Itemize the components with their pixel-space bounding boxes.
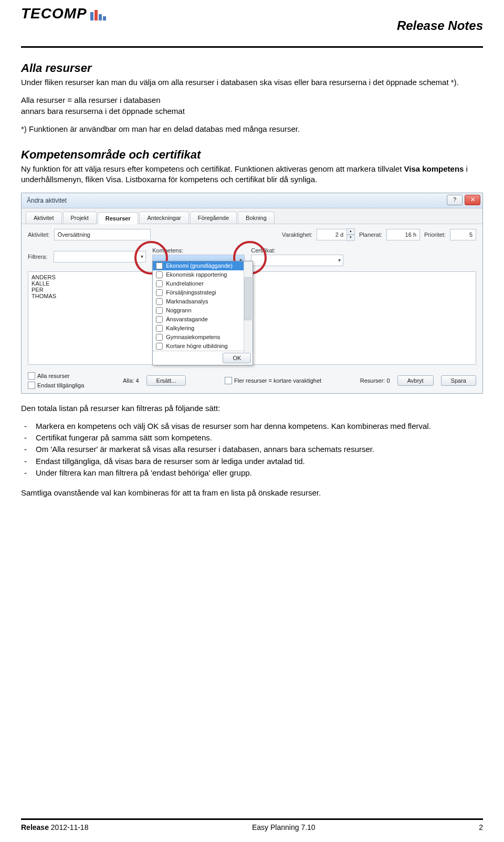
section1-p1: Under fliken resurser kan man du välja o… [21, 77, 483, 88]
dropdown-checkbox[interactable] [156, 280, 163, 287]
svg-rect-2 [99, 14, 102, 20]
section1-p2: Alla resurser = alla resurser i database… [21, 95, 483, 117]
svg-rect-0 [90, 12, 93, 20]
kompetens-label: Kompetens: [152, 247, 245, 254]
spinner-down-icon[interactable]: ▾ [346, 235, 355, 241]
dropdown-item[interactable]: Kortare högre utbildning [153, 342, 253, 351]
dropdown-checkbox[interactable] [156, 262, 163, 269]
certifikat-label: Certifikat: [251, 247, 343, 254]
dialog-tabs: AktivitetProjektResurserAnteckningarFöre… [22, 208, 482, 224]
tab-bokning[interactable]: Bokning [238, 212, 275, 224]
dropdown-item[interactable]: Marknadsanalys [153, 297, 253, 306]
dropdown-checkbox[interactable] [156, 334, 163, 341]
dropdown-item[interactable]: Gymnasiekompetens [153, 333, 253, 342]
dropdown-checkbox[interactable] [156, 325, 163, 332]
logo: TECOMP [21, 5, 111, 22]
aktivitet-label: Aktivitet: [28, 231, 50, 238]
section1-p3: *) Funktionen är användbar om man har en… [21, 124, 483, 134]
tab-aktivitet[interactable]: Aktivitet [26, 212, 62, 224]
scrollbar-thumb[interactable] [244, 277, 251, 320]
svg-rect-1 [94, 10, 98, 20]
resurser-count-label: Resurser: 0 [360, 377, 390, 384]
filtrera-combo[interactable]: ▾ [54, 251, 146, 262]
tab-resurser[interactable]: Resurser [98, 212, 139, 224]
dialog-title: Ändra aktivitet [27, 197, 67, 204]
page-footer: Release 2012-11-18 Easy Planning 7.10 2 [21, 818, 483, 832]
alla-count-label: Alla: 4 [123, 377, 139, 384]
tab-projekt[interactable]: Projekt [63, 212, 97, 224]
doc-title: Release Notes [397, 18, 483, 33]
tab-föregående[interactable]: Föregående [190, 212, 237, 224]
bullet-list: Markera en kompetens och välj OK så visa… [21, 421, 483, 478]
dropdown-ok-button[interactable]: OK [223, 353, 251, 363]
endast-checkbox[interactable]: Endast tillgängliga [28, 382, 84, 389]
prioritet-field[interactable]: 5 [450, 229, 476, 240]
dropdown-checkbox[interactable] [156, 271, 163, 278]
dropdown-item[interactable]: Kundrelationer [153, 279, 253, 288]
dialog-screenshot: Ändra aktivitet ? ✕ AktivitetProjektResu… [21, 193, 483, 394]
dropdown-checkbox[interactable] [156, 307, 163, 314]
dropdown-checkbox[interactable] [156, 343, 163, 350]
section1-title: Alla resurser [21, 61, 483, 75]
bullet-item: Endast tillgängliga, då visas bara de re… [36, 456, 483, 467]
close-button[interactable]: ✕ [465, 195, 480, 205]
dropdown-item[interactable]: Noggrann [153, 306, 253, 315]
dropdown-checkbox[interactable] [156, 316, 163, 323]
section2-p1: Ny funktion för att välja resurs efter k… [21, 164, 483, 185]
dropdown-item[interactable]: Kalkylering [153, 324, 253, 333]
avbryt-button[interactable]: Avbryt [397, 375, 434, 386]
bullet-item: Certifikat fungerar på samma sätt som ko… [36, 433, 483, 443]
dropdown-checkbox[interactable] [156, 289, 163, 296]
dropdown-item[interactable]: Ekonomisk rapportering [153, 270, 253, 279]
header-rule [21, 46, 483, 48]
dropdown-checkbox[interactable] [156, 298, 163, 305]
section2-title: Kompetensområde och certifikat [21, 148, 483, 162]
dialog-bottom: Alla resurser Endast tillgängliga Alla: … [22, 368, 482, 393]
varaktighet-field[interactable]: 2 d [317, 229, 347, 240]
alla-resurser-checkbox[interactable]: Alla resurser [28, 372, 70, 380]
spara-button[interactable]: Spara [441, 375, 476, 386]
dropdown-item[interactable]: Ekonomi (grundläggande) [153, 261, 253, 270]
certifikat-combo[interactable]: ▾ [251, 255, 343, 266]
dropdown-item[interactable]: Försäljningsstrategi [153, 288, 253, 297]
bullet-item: Markera en kompetens och välj OK så visa… [36, 421, 483, 431]
prioritet-label: Prioritet: [424, 231, 446, 238]
activity-row: Aktivitet: Översättning Varaktighet: 2 d… [22, 224, 482, 245]
spinner-up-icon[interactable]: ▴ [346, 228, 355, 235]
filtrera-label: Filtrera: [28, 254, 47, 260]
dialog-titlebar: Ändra aktivitet ? ✕ [22, 193, 482, 208]
aktivitet-field[interactable]: Översättning [54, 229, 151, 240]
filter-row: Filtrera: ▾ Kompetens: ▾ Ekonomi (grundl… [22, 245, 482, 269]
kompetens-dropdown: Ekonomi (grundläggande)Ekonomisk rapport… [152, 261, 253, 365]
svg-rect-3 [103, 16, 106, 20]
ersatt-button[interactable]: Ersätt... [146, 375, 186, 386]
planerat-label: Planerat: [359, 231, 382, 238]
after-closing: Samtliga ovanstående val kan kombineras … [21, 488, 483, 498]
dropdown-item[interactable]: Ansvarstagande [153, 315, 253, 324]
fler-checkbox[interactable]: Fler resurser = kortare varaktighet [225, 377, 321, 384]
after-lead: Den totala listan på resurser kan filtre… [21, 403, 483, 414]
varaktighet-label: Varaktighet: [282, 231, 312, 238]
bullet-item: Om 'Alla resurser' är markerat så visas … [36, 444, 483, 455]
planerat-field[interactable]: 16 h [386, 229, 420, 240]
help-button[interactable]: ? [447, 195, 463, 205]
tab-anteckningar[interactable]: Anteckningar [139, 212, 188, 224]
bullet-item: Under filtrera kan man filtrera på 'enda… [36, 468, 483, 478]
